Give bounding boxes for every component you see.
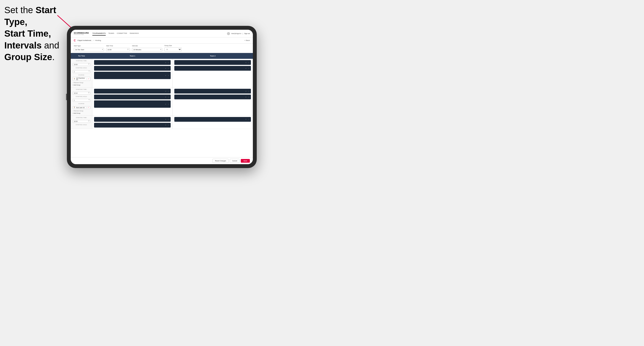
save-button[interactable]: Save: [241, 159, 250, 163]
remove-group-btn-2[interactable]: ○ Remove Group: [72, 110, 90, 112]
course-label-1: COURSE:: [72, 74, 90, 76]
slot-edit-btn[interactable]: ○: [168, 90, 169, 92]
starting-hole-select-wrap-1: 1: [72, 69, 90, 73]
team1-slot-1a-actions: × ○: [164, 62, 169, 64]
starting-hole-select-wrap-2: 1: [72, 98, 90, 102]
starting-hole-select-1[interactable]: 1: [72, 70, 90, 73]
nav-bar: SCOREBOARD Powered by clipp... TOURNAMEN…: [71, 30, 253, 37]
th-tee-time: Tee Time: [71, 54, 92, 58]
slot-edit-btn[interactable]: ○: [248, 90, 250, 92]
nav-tab-rankings[interactable]: RANKINGS: [130, 31, 139, 35]
slot-x-btn[interactable]: ×: [164, 124, 166, 126]
team1-slot-2a: × ○: [94, 89, 171, 94]
tablet-frame: SCOREBOARD Powered by clipp... TOURNAMEN…: [67, 26, 257, 168]
slot-edit-btn[interactable]: ○: [248, 118, 250, 120]
slot-x-btn[interactable]: ×: [164, 67, 166, 69]
nav-tab-teams[interactable]: TEAMS: [108, 31, 114, 35]
start-type-group: Start Type 1st Tee Start: [74, 45, 104, 51]
slot-x-btn[interactable]: ×: [164, 75, 166, 76]
slot-edit-btn[interactable]: ○: [168, 62, 169, 64]
slot-x-btn[interactable]: ×: [245, 96, 247, 98]
course-remove-2[interactable]: ×: [86, 107, 88, 109]
slot-edit-btn[interactable]: ○: [168, 75, 169, 76]
starting-time-input-3[interactable]: [72, 120, 90, 123]
slot-edit-btn[interactable]: ○: [168, 124, 169, 126]
nav-tab-committee[interactable]: COMMITTEE: [117, 31, 127, 35]
team2-slot-2b-actions: × ○: [245, 96, 250, 98]
tee-actions-1: ○ Remove Group + Add Group: [72, 82, 90, 86]
slot-edit-btn[interactable]: ○: [168, 67, 169, 69]
sign-out-link[interactable]: Sign out: [244, 33, 250, 34]
slot-x-btn[interactable]: ×: [164, 118, 166, 120]
course-remove-1[interactable]: ×: [86, 78, 88, 80]
team1-slot-2b-actions: × ○: [164, 96, 169, 98]
course-tag-2: 🏌 East Lake GC × ✓: [72, 106, 90, 109]
main-content: Tee Time Team 1 Team 2 STARTING TIME: ⏱ …: [71, 53, 253, 157]
starting-time-input-2[interactable]: [72, 92, 90, 95]
start-type-select[interactable]: 1st Tee Start: [74, 48, 104, 51]
th-team2: Team 2: [172, 54, 253, 58]
hosting-label: Hosting: [95, 39, 101, 41]
slot-edit-btn[interactable]: ○: [248, 62, 250, 64]
team2-slot-1b: × ○: [174, 66, 251, 71]
team1-slot-2b: × ○: [94, 95, 171, 99]
instruction-bold-start-type: Start Type,: [4, 5, 56, 27]
cancel-button[interactable]: Cancel: [230, 159, 240, 163]
slot-x-btn[interactable]: ×: [164, 62, 166, 64]
team1-slot-3b-actions: × ○: [164, 124, 169, 126]
back-button[interactable]: < Back: [244, 39, 250, 41]
controls-row: Start Type 1st Tee Start Start Time ⏱ In…: [71, 43, 253, 53]
course-check-1: ✓: [88, 78, 89, 80]
th-team1: Team 1: [92, 54, 172, 58]
team1-course-slot-1: × ○: [94, 72, 171, 79]
time-clock-icon-3: ⏱: [88, 120, 90, 122]
remove-group-btn-1[interactable]: ○ Remove Group: [72, 82, 90, 84]
team1-slot-3a-actions: × ○: [164, 118, 169, 120]
table-header: Tee Time Team 1 Team 2: [71, 53, 253, 59]
time-clock-icon-1: ⏱: [88, 63, 90, 65]
add-group-btn-1[interactable]: + Add Group: [72, 84, 90, 86]
starting-hole-select-2[interactable]: 1: [72, 99, 90, 102]
team1-cell-3: × ○ × ○: [92, 116, 172, 129]
group-size-select[interactable]: 3: [164, 47, 182, 51]
team1-slot-2a-actions: × ○: [164, 90, 169, 92]
clock-icon: ⏱: [127, 48, 129, 50]
team1-cell-1: × ○ × ○ × ○: [92, 59, 172, 87]
add-group-btn-2[interactable]: + Add Group: [72, 112, 90, 114]
reset-changes-button[interactable]: Reset Changes: [212, 159, 228, 163]
starting-time-label-1: STARTING TIME:: [72, 60, 90, 61]
tee-actions-2: ○ Remove Group + Add Group: [72, 110, 90, 114]
nav-tab-tournaments[interactable]: TOURNAMENTS: [92, 31, 106, 35]
slot-edit-btn[interactable]: ○: [168, 103, 169, 105]
slot-edit-btn[interactable]: ○: [248, 67, 250, 69]
starting-hole-label-1: STARTING HOLE:: [72, 67, 90, 68]
slot-x-btn[interactable]: ×: [164, 90, 166, 92]
breadcrumb-sep: >: [94, 39, 94, 41]
starting-time-input-wrap-3: ⏱: [72, 119, 90, 123]
tee-time-cell-3: STARTING TIME: ⏱ STARTING HOLE:: [71, 116, 92, 129]
user-avatar: [227, 32, 230, 35]
slot-x-btn[interactable]: ×: [245, 90, 247, 92]
slot-x-btn[interactable]: ×: [164, 103, 166, 105]
slot-x-btn[interactable]: ×: [164, 96, 166, 98]
intervals-group: Intervals 10 Minutes: [132, 45, 162, 51]
starting-time-label-3: STARTING TIME:: [72, 117, 90, 118]
course-name-1: (A) Peachtree GC: [76, 77, 86, 80]
starting-hole-label-2: STARTING HOLE:: [72, 96, 90, 97]
instruction-bold-intervals: Intervals: [4, 40, 42, 50]
table-row: STARTING TIME: ⏱ STARTING HOLE: 1 COURSE…: [71, 87, 253, 116]
slot-edit-btn[interactable]: ○: [168, 96, 169, 98]
slot-x-btn[interactable]: ×: [245, 62, 247, 64]
slot-x-btn[interactable]: ×: [245, 118, 247, 120]
instruction-block: Set the Start Type, Start Time, Interval…: [4, 4, 69, 63]
slot-x-btn[interactable]: ×: [245, 67, 247, 69]
tablet-screen: SCOREBOARD Powered by clipp... TOURNAMEN…: [71, 30, 253, 164]
slot-edit-btn[interactable]: ○: [168, 118, 169, 120]
team1-course-slot-2: × ○: [94, 100, 171, 108]
team2-slot-2a-actions: × ○: [245, 90, 250, 92]
tee-time-cell-2: STARTING TIME: ⏱ STARTING HOLE: 1 COURSE…: [71, 87, 92, 116]
slot-edit-btn[interactable]: ○: [248, 96, 250, 98]
starting-time-input-1[interactable]: [72, 63, 90, 66]
intervals-select[interactable]: 10 Minutes: [132, 48, 162, 51]
start-time-input[interactable]: [106, 48, 130, 51]
